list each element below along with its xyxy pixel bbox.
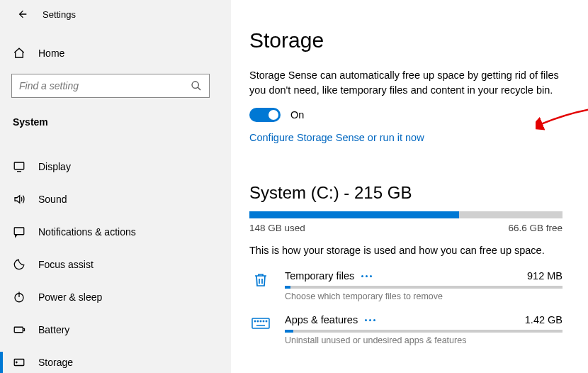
toggle-knob xyxy=(268,110,278,120)
sidebar-item-focus-assist[interactable]: Focus assist xyxy=(0,248,231,281)
sidebar-item-power-sleep[interactable]: Power & sleep xyxy=(0,281,231,313)
item-bar xyxy=(285,330,562,333)
storage-bar xyxy=(249,211,562,218)
arrow-left-icon xyxy=(17,8,28,21)
search-icon xyxy=(191,80,202,91)
item-name: Temporary files xyxy=(285,270,372,282)
item-sub: Uninstall unused or undesired apps & fea… xyxy=(285,335,562,345)
storage-sense-desc: Storage Sense can automatically free up … xyxy=(249,68,561,98)
nav-label: Battery xyxy=(38,324,69,335)
drive-title: System (C:) - 215 GB xyxy=(249,183,562,203)
svg-point-15 xyxy=(257,321,258,321)
sound-icon xyxy=(13,193,26,206)
svg-rect-4 xyxy=(14,228,24,235)
item-name: Apps & features xyxy=(285,314,375,325)
item-body: Apps & features 1.42 GB Uninstall unused… xyxy=(285,314,562,345)
item-size: 912 MB xyxy=(527,270,562,282)
sidebar-item-notifications[interactable]: Notifications & actions xyxy=(0,216,231,248)
svg-rect-13 xyxy=(252,318,269,328)
home-label: Home xyxy=(38,48,64,59)
storage-bar-fill xyxy=(249,211,459,218)
settings-title: Settings xyxy=(43,9,76,20)
nav-label: Focus assist xyxy=(38,259,94,270)
toggle-label: On xyxy=(290,109,304,121)
item-body: Temporary files 912 MB Choose which temp… xyxy=(285,270,562,301)
loading-dots-icon xyxy=(365,319,375,321)
category-label: System xyxy=(0,98,231,130)
svg-rect-2 xyxy=(14,162,24,169)
svg-point-10 xyxy=(16,362,18,363)
configure-storage-sense-link[interactable]: Configure Storage Sense or run it now xyxy=(249,132,424,143)
power-icon xyxy=(13,291,26,304)
sidebar-item-battery[interactable]: Battery xyxy=(0,313,231,346)
nav-label: Sound xyxy=(38,194,67,205)
sidebar-item-storage[interactable]: Storage xyxy=(0,346,231,373)
storage-item-apps-features[interactable]: Apps & features 1.42 GB Uninstall unused… xyxy=(249,314,562,345)
nav-label: Notifications & actions xyxy=(38,226,136,238)
svg-point-18 xyxy=(266,321,266,321)
sidebar-item-sound[interactable]: Sound xyxy=(0,183,231,216)
main-content: Storage Storage Sense can automatically … xyxy=(231,0,588,373)
svg-line-1 xyxy=(198,87,200,90)
free-label: 66.6 GB free xyxy=(508,223,562,233)
svg-point-14 xyxy=(254,321,255,321)
search-input[interactable] xyxy=(19,80,180,91)
storage-bar-labels: 148 GB used 66.6 GB free xyxy=(249,223,562,233)
nav-label: Display xyxy=(38,161,71,172)
back-button[interactable] xyxy=(17,9,28,20)
nav-label: Storage xyxy=(38,357,73,368)
sidebar: Settings Home System Display Sound Notif… xyxy=(0,0,231,373)
item-sub: Choose which temporary files to remove xyxy=(285,291,562,301)
focus-assist-icon xyxy=(13,258,26,271)
nav: Display Sound Notifications & actions Fo… xyxy=(0,150,231,373)
battery-icon xyxy=(13,323,26,336)
keyboard-icon xyxy=(249,314,272,330)
sidebar-item-home[interactable]: Home xyxy=(0,43,231,64)
usage-desc: This is how your storage is used and how… xyxy=(249,245,562,256)
svg-point-0 xyxy=(192,82,198,88)
item-size: 1.42 GB xyxy=(525,314,562,325)
storage-sense-toggle-row: On xyxy=(249,108,562,122)
nav-label: Power & sleep xyxy=(38,291,102,303)
home-icon xyxy=(13,47,26,60)
page-title: Storage xyxy=(249,28,562,52)
svg-rect-7 xyxy=(14,327,23,333)
svg-point-16 xyxy=(260,321,261,321)
svg-point-17 xyxy=(263,321,264,321)
loading-dots-icon xyxy=(361,275,372,277)
svg-rect-8 xyxy=(23,329,25,331)
storage-sense-toggle[interactable] xyxy=(249,108,281,122)
sidebar-item-display[interactable]: Display xyxy=(0,150,231,183)
notifications-icon xyxy=(13,226,26,238)
item-bar xyxy=(285,286,562,289)
storage-item-temporary-files[interactable]: Temporary files 912 MB Choose which temp… xyxy=(249,270,562,301)
header: Settings xyxy=(0,0,231,26)
search-box[interactable] xyxy=(11,74,210,98)
storage-icon xyxy=(13,356,26,369)
used-label: 148 GB used xyxy=(249,223,305,233)
display-icon xyxy=(13,160,26,173)
trash-icon xyxy=(249,270,272,289)
